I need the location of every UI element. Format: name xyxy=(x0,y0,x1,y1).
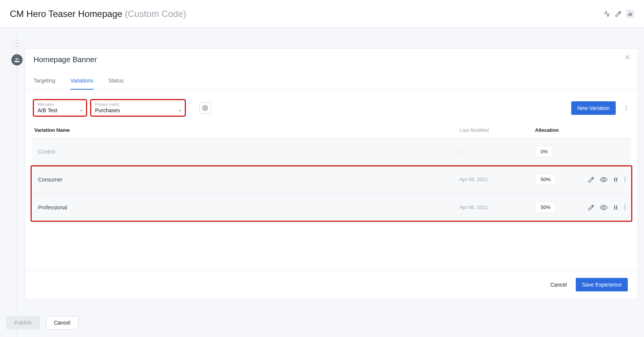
page-title: CM Hero Teaser Homepage (Custom Code) xyxy=(10,9,186,19)
page-footer: Publish Cancel xyxy=(6,316,78,329)
new-variation-button[interactable]: New Variation xyxy=(571,101,616,115)
allocation-select[interactable]: Allocation A/B Test ▾ xyxy=(34,100,86,116)
svg-point-4 xyxy=(17,58,18,59)
row-name: Control xyxy=(34,149,460,155)
pause-icon[interactable] xyxy=(613,177,619,183)
add-node-button[interactable]: + xyxy=(14,41,20,47)
row-allocation: 50% xyxy=(535,201,588,213)
row-modified: Apr 06, 2021 xyxy=(460,177,535,182)
header-actions xyxy=(603,10,634,18)
primary-metric-value: Purchases xyxy=(95,107,120,113)
svg-rect-10 xyxy=(616,177,617,181)
variations-table: Variation Name Last Modified Allocation … xyxy=(25,124,638,270)
table-row[interactable]: Consumer Apr 06, 2021 50% xyxy=(32,165,631,193)
row-more-icon[interactable] xyxy=(624,177,626,182)
tab-status[interactable]: Status xyxy=(109,74,124,90)
controls-row: Allocation A/B Test ▾ Primary metric Pur… xyxy=(25,90,638,124)
allocation-badge: 50% xyxy=(535,174,556,185)
row-allocation: 50% xyxy=(535,174,588,185)
chevron-down-icon: ▾ xyxy=(179,108,181,113)
pause-icon[interactable] xyxy=(613,204,619,210)
panel-title: Homepage Banner xyxy=(34,55,629,64)
table-body: Control - - - 0% Consumer Apr 06, 2021 5… xyxy=(32,137,631,221)
svg-rect-9 xyxy=(614,177,615,181)
svg-rect-2 xyxy=(631,13,632,15)
table-row[interactable]: Professional Apr 06, 2021 50% xyxy=(32,193,631,221)
chevron-down-icon: ▾ xyxy=(80,108,82,113)
primary-metric-label: Primary metric xyxy=(95,102,181,107)
row-name: Professional xyxy=(34,204,460,210)
col-modified: Last Modified xyxy=(460,127,535,133)
svg-point-11 xyxy=(603,206,605,208)
publish-button: Publish xyxy=(6,316,40,329)
page-title-sub: (Custom Code) xyxy=(125,9,186,19)
edit-icon[interactable] xyxy=(588,176,595,183)
svg-rect-13 xyxy=(616,205,617,209)
tab-variations[interactable]: Variations xyxy=(71,74,94,90)
row-actions xyxy=(588,204,629,211)
row-modified: - - - xyxy=(460,149,535,154)
row-actions xyxy=(588,176,629,183)
tabs: Targeting Variations Status xyxy=(25,74,638,90)
primary-metric-select[interactable]: Primary metric Purchases ▾ xyxy=(91,100,185,116)
settings-button[interactable] xyxy=(199,102,211,114)
page-title-main: CM Hero Teaser Homepage xyxy=(10,9,122,19)
variation-panel: Homepage Banner Targeting Variations Sta… xyxy=(25,48,638,299)
svg-rect-12 xyxy=(614,205,615,209)
col-name: Variation Name xyxy=(34,127,460,133)
row-modified: Apr 06, 2021 xyxy=(460,204,535,210)
row-allocation: 0% xyxy=(535,146,588,157)
svg-rect-1 xyxy=(630,12,630,15)
allocation-badge: 50% xyxy=(535,201,556,213)
preview-icon[interactable] xyxy=(600,176,607,183)
allocation-value: A/B Test xyxy=(38,107,57,113)
page-header: CM Hero Teaser Homepage (Custom Code) xyxy=(0,0,644,28)
page-cancel-button[interactable]: Cancel xyxy=(46,316,78,329)
svg-point-7 xyxy=(204,107,206,109)
cancel-link[interactable]: Cancel xyxy=(550,282,567,288)
row-more-icon[interactable] xyxy=(624,205,626,210)
panel-header: Homepage Banner xyxy=(25,49,638,64)
timeline-line xyxy=(17,32,17,337)
col-allocation: Allocation xyxy=(535,127,629,133)
svg-rect-0 xyxy=(628,14,629,16)
save-experience-button[interactable]: Save Experience xyxy=(576,278,628,291)
edit-icon[interactable] xyxy=(588,204,595,211)
allocation-label: Allocation xyxy=(38,102,82,107)
svg-point-3 xyxy=(15,58,17,59)
activity-icon[interactable] xyxy=(603,10,611,18)
table-header: Variation Name Last Modified Allocation xyxy=(32,124,631,137)
analytics-icon[interactable] xyxy=(626,10,634,18)
allocation-badge: 0% xyxy=(535,146,554,157)
audience-node[interactable] xyxy=(11,54,23,66)
table-row[interactable]: Control - - - 0% xyxy=(32,137,631,165)
tab-targeting[interactable]: Targeting xyxy=(34,74,55,90)
edit-icon[interactable] xyxy=(615,10,622,18)
more-options-button[interactable] xyxy=(623,105,629,110)
close-icon[interactable] xyxy=(624,54,631,61)
panel-footer: Cancel Save Experience xyxy=(25,270,638,299)
preview-icon[interactable] xyxy=(600,204,607,211)
row-name: Consumer xyxy=(34,177,460,183)
timeline: + xyxy=(11,32,23,337)
svg-point-8 xyxy=(603,178,605,180)
